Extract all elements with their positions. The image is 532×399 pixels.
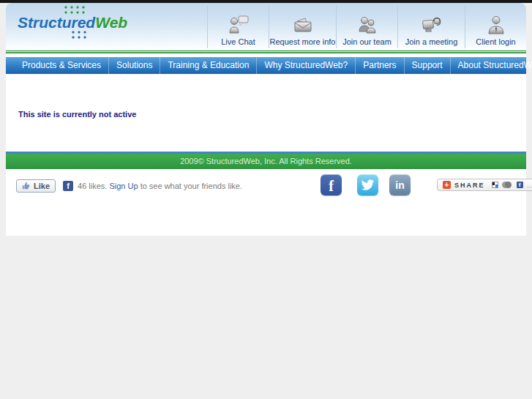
addthis-share-button[interactable]: + SHARE f ... (437, 179, 532, 191)
twitter-icon[interactable] (357, 174, 378, 195)
likes-count-text: 46 likes. (78, 182, 107, 190)
stumbleupon-icon (502, 182, 509, 188)
like-button[interactable]: Like (16, 179, 56, 193)
toolbar-item-join-a-meeting[interactable]: Join a meeting (397, 6, 465, 48)
team-people-icon (356, 13, 378, 37)
footer-copyright-bar: 2009© StructuredWeb, Inc. All Rights Res… (6, 154, 526, 169)
nav-item-support[interactable]: Support (405, 57, 451, 74)
toolbar-item-live-chat[interactable]: Live Chat (207, 6, 269, 48)
header-toolbar: Live Chat Request more info (207, 6, 526, 48)
nav-item-products-services[interactable]: Products & Services (15, 57, 109, 74)
main-nav: Products & Services Solutions Training &… (6, 57, 526, 74)
sign-up-link[interactable]: Sign Up (109, 182, 138, 190)
share-label: SHARE (454, 182, 485, 189)
linkedin-icon[interactable]: in (389, 174, 411, 195)
nav-item-about-structuredweb[interactable]: About StructuredWeb (451, 57, 532, 74)
facebook-like-widget: Like f 46 likes. Sign Up to see what you… (16, 179, 242, 193)
toolbar-label: Client login (476, 37, 515, 46)
toolbar-label: Request more info (270, 37, 336, 46)
toolbar-item-client-login[interactable]: Client login (465, 6, 526, 48)
nav-item-why-structuredweb[interactable]: Why StructuredWeb? (257, 57, 356, 74)
facebook-mini-icon[interactable]: f (63, 181, 73, 191)
nav-item-solutions[interactable]: Solutions (109, 57, 160, 74)
toolbar-label: Live Chat (221, 37, 255, 46)
social-icons-row: f in (315, 174, 411, 195)
meeting-headset-icon (421, 13, 443, 37)
share-plus-icon: + (443, 181, 451, 189)
toolbar-label: Join a meeting (405, 37, 458, 46)
nav-item-training-education[interactable]: Training & Education (160, 57, 257, 74)
site-header: StructuredWeb Live Chat (6, 3, 526, 51)
toolbar-item-request-more-info[interactable]: Request more info (269, 6, 336, 48)
site-inactive-message: This site is currently not active (18, 110, 136, 119)
logo-text-structured: Structured (18, 14, 95, 31)
likes-text: 46 likes. Sign Up to see what your frien… (78, 182, 242, 190)
client-login-person-icon (485, 13, 507, 37)
live-chat-icon (228, 13, 250, 37)
facebook-icon[interactable]: f (321, 174, 342, 195)
header-green-divider (6, 51, 526, 53)
likes-suffix-text: to see what your friends like. (138, 182, 242, 190)
logo-dots-bottom-icon (72, 31, 88, 40)
thumbs-up-icon (22, 182, 31, 190)
facebook-share-mini-icon: f (517, 182, 523, 188)
share-more-ellipsis: ... (527, 182, 532, 188)
toolbar-item-join-our-team[interactable]: Join our team (336, 6, 397, 48)
toolbar-label: Join our team (342, 37, 391, 46)
nav-item-partners[interactable]: Partners (356, 57, 404, 74)
logo-text: StructuredWeb (18, 15, 142, 30)
page: StructuredWeb Live Chat (0, 0, 532, 399)
delicious-icon (492, 182, 498, 188)
structuredweb-logo[interactable]: StructuredWeb (18, 6, 142, 40)
request-info-envelope-icon (292, 13, 314, 37)
like-button-label: Like (34, 182, 50, 190)
site-content: StructuredWeb Live Chat (6, 3, 526, 236)
logo-text-web: Web (95, 14, 127, 31)
